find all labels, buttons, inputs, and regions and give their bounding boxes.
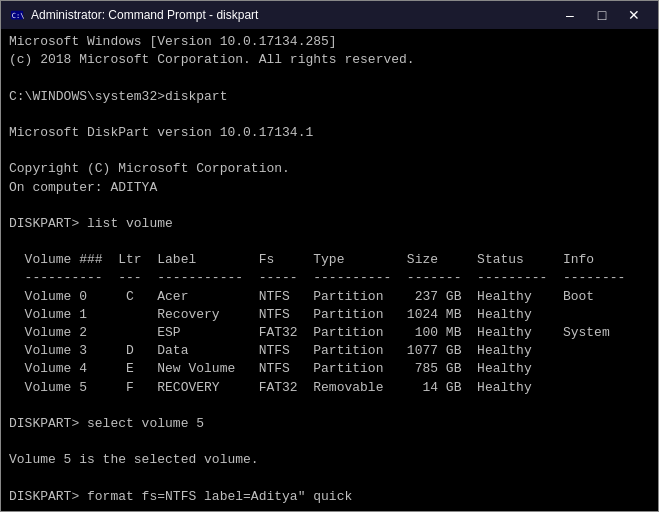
- console-line: Volume 5 F RECOVERY FAT32 Removable 14 G…: [9, 379, 650, 397]
- console-line: Copyright (C) Microsoft Corporation.: [9, 160, 650, 178]
- cmd-window: C:\ Administrator: Command Prompt - disk…: [0, 0, 659, 512]
- console-line: Volume ### Ltr Label Fs Type Size Status…: [9, 251, 650, 269]
- cmd-icon: C:\: [9, 7, 25, 23]
- console-line: [9, 106, 650, 124]
- console-line: [9, 197, 650, 215]
- console-line: [9, 69, 650, 87]
- console-line: Volume 0 C Acer NTFS Partition 237 GB He…: [9, 288, 650, 306]
- console-line: DISKPART> list volume: [9, 215, 650, 233]
- console-line: Volume 3 D Data NTFS Partition 1077 GB H…: [9, 342, 650, 360]
- title-bar: C:\ Administrator: Command Prompt - disk…: [1, 1, 658, 29]
- console-line: Volume 2 ESP FAT32 Partition 100 MB Heal…: [9, 324, 650, 342]
- console-line: [9, 506, 650, 511]
- console-line: C:\WINDOWS\system32>diskpart: [9, 88, 650, 106]
- console-line: (c) 2018 Microsoft Corporation. All righ…: [9, 51, 650, 69]
- console-line: On computer: ADITYA: [9, 179, 650, 197]
- console-line: Microsoft DiskPart version 10.0.17134.1: [9, 124, 650, 142]
- console-line: [9, 233, 650, 251]
- console-line: [9, 142, 650, 160]
- close-button[interactable]: ✕: [618, 1, 650, 29]
- console-line: DISKPART> select volume 5: [9, 415, 650, 433]
- console-line: Volume 1 Recovery NTFS Partition 1024 MB…: [9, 306, 650, 324]
- window-title: Administrator: Command Prompt - diskpart: [31, 8, 554, 22]
- console-line: Microsoft Windows [Version 10.0.17134.28…: [9, 33, 650, 51]
- console-output: Microsoft Windows [Version 10.0.17134.28…: [1, 29, 658, 511]
- console-line: [9, 397, 650, 415]
- console-line: [9, 470, 650, 488]
- console-line: ---------- --- ----------- ----- -------…: [9, 269, 650, 287]
- window-controls: – □ ✕: [554, 1, 650, 29]
- console-line: DISKPART> format fs=NTFS label=Aditya" q…: [9, 488, 650, 506]
- console-line: Volume 4 E New Volume NTFS Partition 785…: [9, 360, 650, 378]
- minimize-button[interactable]: –: [554, 1, 586, 29]
- svg-text:C:\: C:\: [12, 12, 24, 20]
- console-line: Volume 5 is the selected volume.: [9, 451, 650, 469]
- console-line: [9, 433, 650, 451]
- maximize-button[interactable]: □: [586, 1, 618, 29]
